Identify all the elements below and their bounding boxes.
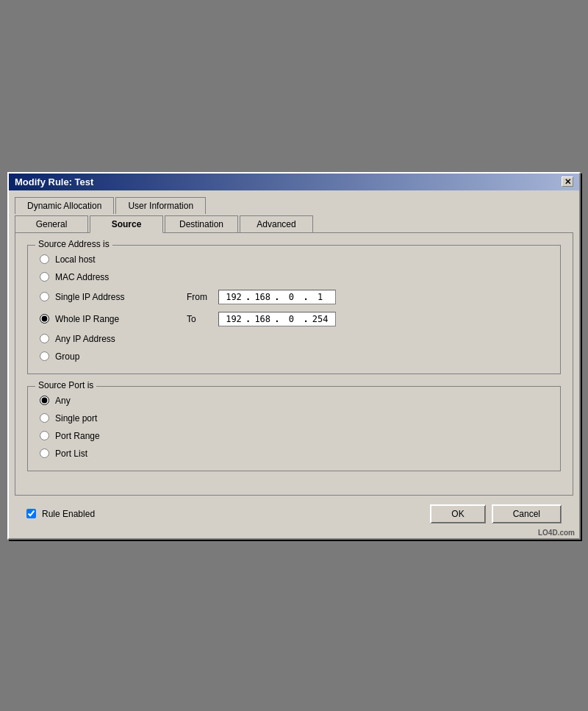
rule-enabled-checkbox[interactable] — [26, 509, 36, 518]
label-mac-address: MAC Address — [55, 272, 109, 282]
radio-port-list-row: Port List — [40, 449, 548, 459]
radio-group[interactable] — [40, 351, 49, 361]
label-local-host: Local host — [55, 254, 96, 265]
source-address-legend: Source Address is — [35, 239, 112, 249]
radio-port-range[interactable] — [40, 431, 49, 440]
tab-general[interactable]: General — [15, 215, 88, 233]
label-port-range: Port Range — [55, 431, 100, 441]
ip-from-part: From . . . — [187, 290, 336, 304]
radio-single-port-row: Single port — [40, 413, 548, 424]
radio-group-row: Group — [40, 351, 548, 362]
tab-panel-source: Source Address is Local host MAC Address — [15, 232, 573, 496]
cancel-button[interactable]: Cancel — [492, 504, 562, 524]
radio-local-host[interactable] — [40, 254, 49, 264]
label-single-port: Single port — [55, 413, 97, 424]
ip-from-seg3[interactable] — [281, 292, 301, 302]
rule-enabled-row: Rule Enabled — [26, 509, 95, 519]
ip-from-seg2[interactable] — [252, 292, 273, 302]
ip-to-box: . . . — [218, 312, 336, 326]
watermark: LO4D.com — [538, 529, 575, 537]
radio-any-ip[interactable] — [40, 334, 49, 343]
tab-destination[interactable]: Destination — [165, 215, 238, 233]
ip-to-seg1[interactable] — [223, 314, 244, 324]
ip-to-seg2[interactable] — [252, 314, 273, 324]
radio-whole-ip[interactable] — [40, 314, 49, 324]
radio-local-host-row: Local host — [40, 254, 548, 265]
radio-mac-address-row: MAC Address — [40, 272, 548, 282]
window-content: Dynamic Allocation User Information Gene… — [9, 190, 579, 538]
ip-from-seg4[interactable] — [310, 292, 331, 302]
tab-advanced[interactable]: Advanced — [240, 215, 313, 233]
source-port-group: Source Port is Any Single port Port Rang… — [27, 386, 561, 471]
label-single-ip: Single IP Address — [55, 292, 125, 302]
tab-source[interactable]: Source — [90, 215, 163, 233]
radio-port-range-row: Port Range — [40, 431, 548, 441]
label-port-list: Port List — [55, 449, 87, 459]
button-group: OK Cancel — [430, 504, 562, 524]
ip-to-seg3[interactable] — [281, 314, 301, 324]
tab-row-1: Dynamic Allocation User Information — [15, 196, 573, 213]
label-any-ip: Any IP Address — [55, 334, 115, 344]
radio-mac-address[interactable] — [40, 272, 49, 282]
radio-any-port[interactable] — [40, 396, 49, 405]
close-button[interactable]: ✕ — [562, 176, 573, 187]
radio-port-list[interactable] — [40, 449, 49, 458]
ip-from-seg1[interactable] — [223, 292, 244, 302]
label-group: Group — [55, 351, 79, 362]
label-whole-ip: Whole IP Range — [55, 314, 119, 324]
source-address-group: Source Address is Local host MAC Address — [27, 245, 561, 374]
label-any-port: Any — [55, 396, 71, 406]
window-title: Modify Rule: Test — [15, 176, 93, 187]
source-port-legend: Source Port is — [35, 380, 96, 390]
radio-single-ip-row: Single IP Address From . . . — [40, 290, 548, 304]
tab-dynamic-allocation[interactable]: Dynamic Allocation — [15, 197, 114, 214]
ok-button[interactable]: OK — [430, 504, 485, 524]
ip-to-seg4[interactable] — [310, 314, 331, 324]
ip-to-label: To — [187, 314, 212, 324]
ip-from-box: . . . — [218, 290, 336, 304]
radio-any-ip-row: Any IP Address — [40, 334, 548, 344]
tab-row-2: General Source Destination Advanced — [15, 215, 573, 232]
tab-user-information[interactable]: User Information — [115, 197, 206, 214]
radio-single-ip[interactable] — [40, 292, 49, 301]
radio-any-port-row: Any — [40, 396, 548, 406]
ip-to-part: To . . . — [187, 312, 336, 326]
radio-single-port[interactable] — [40, 413, 49, 423]
dialog-window: Modify Rule: Test ✕ Dynamic Allocation U… — [7, 172, 581, 540]
rule-enabled-label: Rule Enabled — [42, 509, 95, 519]
radio-whole-ip-row: Whole IP Range To . . . — [40, 312, 548, 326]
title-bar: Modify Rule: Test ✕ — [9, 174, 579, 190]
ip-from-label: From — [187, 292, 212, 302]
bottom-bar: Rule Enabled OK Cancel — [15, 496, 573, 532]
